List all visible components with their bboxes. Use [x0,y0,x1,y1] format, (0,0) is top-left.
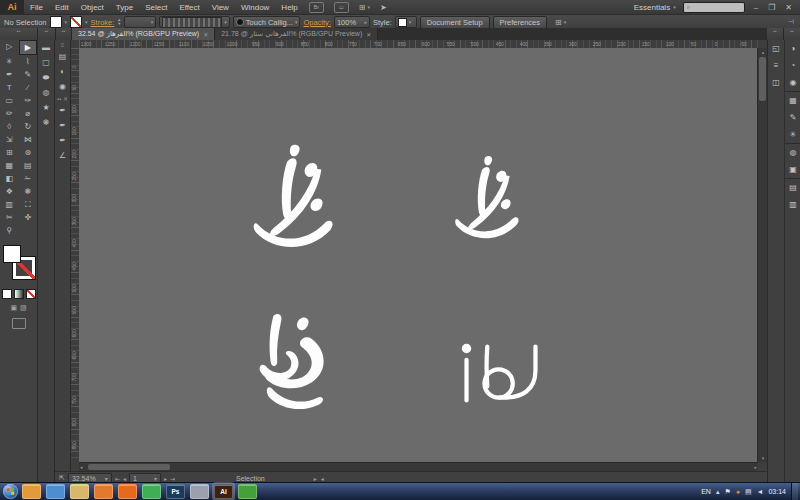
add-anchor-point-icon[interactable]: ✒ [55,118,70,133]
selection-tool[interactable]: ▶ [19,40,38,55]
eyedropper-tool[interactable]: ✁ [19,172,38,185]
gradient-mode-button[interactable] [14,289,24,299]
search-input[interactable]: ⌕ [683,2,745,13]
screen-mode-button[interactable] [12,318,26,329]
scroll-left-icon[interactable]: ◂ [80,463,83,471]
gradient-sphere-icon[interactable]: ◐ [55,64,70,79]
pencil-tool[interactable]: ✏ [0,107,19,120]
close-icon[interactable]: ✕ [366,31,371,38]
panel-color-icon[interactable]: ◑ [785,40,800,57]
curvature-tool[interactable]: ✎ [19,68,38,81]
taskbar-app-messenger[interactable] [46,484,65,499]
polygon-icon[interactable]: ◍ [38,85,54,100]
bridge-button[interactable]: Br [309,2,324,13]
hidden-icons-arrow[interactable]: ▴ [716,488,720,496]
hand-tool[interactable]: ✜ [19,211,38,224]
workspace-switcher[interactable]: Essentials ▾ [634,3,676,12]
variable-width-profile-dropdown[interactable]: ▾ [159,16,230,28]
pen-panel-grip-icon[interactable]: ▪▪ ✕ [55,94,70,103]
taskbar-app-gray[interactable] [190,484,209,499]
fill-dropdown-caret[interactable]: ▾ [65,19,68,25]
menu-window[interactable]: Window [235,3,275,12]
free-transform-tool[interactable]: ⊞ [0,146,19,159]
strip-grip-icon[interactable]: ≡ [55,40,70,49]
show-desktop-button[interactable] [791,483,798,500]
perspective-grid-tool[interactable]: ▦ [0,159,19,172]
start-button[interactable] [3,484,18,499]
panel-color-guide-icon[interactable]: ◔ [785,57,800,74]
volume-icon[interactable]: ◄ [757,488,764,495]
draw-normal-icon[interactable]: ▣ [10,304,17,312]
rounded-rectangle-icon[interactable]: ▢ [38,55,54,70]
opacity-dropdown[interactable]: 100% ▸ [334,16,370,28]
close-icon[interactable]: ✕ [203,31,208,38]
panel-brushes-icon[interactable]: ✎ [785,109,800,126]
delete-anchor-point-icon[interactable]: ✒ [55,133,70,148]
direct-selection-tool[interactable]: ▷ [0,40,19,53]
draw-behind-icon[interactable]: ▨ [20,304,27,312]
stroke-label[interactable]: Stroke: [91,18,115,27]
clock[interactable]: 03:14 [768,488,786,495]
width-tool[interactable]: ⋈ [19,133,38,146]
none-mode-button[interactable] [26,289,36,299]
panel-kuler-icon[interactable]: ◉ [785,74,800,91]
artboard-canvas[interactable] [79,48,758,462]
arabic-calligraphy-logo-top-right[interactable] [444,154,528,242]
type-tool[interactable]: T [0,81,19,94]
blend-tool[interactable]: ❖ [0,185,19,198]
right-dock-header-1[interactable]: ▪▪ [767,28,784,40]
menu-type[interactable]: Type [110,3,139,12]
horizontal-scroll-thumb[interactable] [88,464,170,470]
vertical-scroll-thumb[interactable] [759,57,766,101]
first-artboard-button[interactable]: ⇤ [115,475,120,482]
rectangle-icon[interactable]: ▬ [38,40,54,55]
taskbar-app-illustrator[interactable]: Ai [214,484,233,499]
idm-icon[interactable]: ● [736,488,740,495]
stepper-down-icon[interactable]: ▼ [117,22,121,26]
style-dropdown[interactable]: ▾ [395,16,417,28]
stroke-dropdown-caret[interactable]: ▾ [85,19,88,25]
minimize-button[interactable]: – [754,3,758,12]
last-artboard-button[interactable]: ⇥ [170,475,175,482]
rotate-tool[interactable]: ↻ [19,120,38,133]
panel-layers-icon[interactable]: ▤ [785,178,800,196]
symbol-sprayer-tool[interactable]: ❋ [19,185,38,198]
document-tab-2[interactable]: الفرهاني ستار @ 21.78% (RGB/GPU Preview)… [215,28,378,40]
panel-pathfinder-icon[interactable]: ◫ [768,74,784,91]
pen-tool-icon[interactable]: ✒ [55,103,70,118]
share-button[interactable]: ➤ [380,3,387,12]
tools-dock-header[interactable]: ▪▪ [0,28,38,40]
empty-slot[interactable] [19,224,38,237]
language-indicator[interactable]: EN [701,488,711,495]
menu-edit[interactable]: Edit [49,3,75,12]
panel-swatches-icon[interactable]: ▦ [785,91,800,109]
arabic-calligraphy-logo-bottom-left[interactable] [246,312,338,412]
document-tab-1[interactable]: الفرهاز @ 32.54% (RGB/GPU Preview) ✕ [72,28,215,40]
panel-appearance-icon[interactable]: ◍ [785,143,800,161]
ellipse-icon[interactable]: ⬬ [38,70,54,85]
pen-tool[interactable]: ✒ [0,68,19,81]
blob-brush-tool[interactable]: ⌀ [19,107,38,120]
close-button[interactable]: ✕ [785,3,792,12]
lasso-tool[interactable]: ⌇ [19,55,38,68]
column-graph-tool[interactable]: ▥ [0,198,19,211]
arrange-documents-button[interactable]: ▭ [334,2,349,13]
gradient-tool[interactable]: ◧ [0,172,19,185]
rectangle-tool[interactable]: ▭ [0,94,19,107]
stroke-width-dropdown[interactable]: ▾ [124,16,156,28]
stroke-swatch[interactable] [70,16,82,28]
taskbar-app-media-player[interactable] [22,484,41,499]
align-dropdown[interactable]: ⊞ ▾ [555,18,566,27]
preferences-button[interactable]: Preferences [493,16,547,29]
symbols-icon[interactable]: ▤ [55,49,70,64]
layout-switcher-button[interactable]: ⊞ ▾ [359,3,370,12]
star-icon[interactable]: ★ [38,100,54,115]
magic-wand-tool[interactable]: ✳ [0,55,19,68]
panel-align-icon[interactable]: ≡ [768,57,784,74]
menu-effect[interactable]: Effect [173,3,205,12]
paintbrush-tool[interactable]: ✑ [19,94,38,107]
menu-view[interactable]: View [206,3,235,12]
right-dock-header-2[interactable]: ▪▪ [784,28,800,40]
scroll-right-icon[interactable]: ▸ [754,463,757,471]
taskbar-app-orange[interactable] [94,484,113,499]
